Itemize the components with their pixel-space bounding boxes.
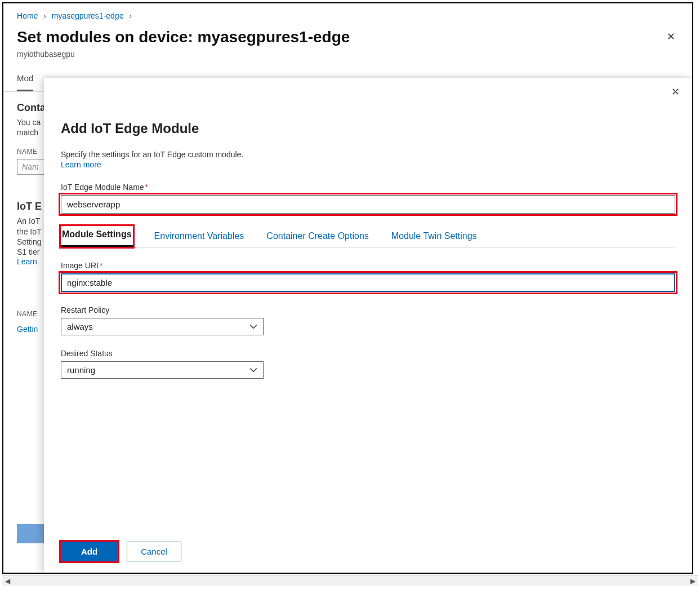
required-icon: * — [100, 261, 102, 270]
scroll-track[interactable] — [11, 578, 689, 584]
tab-env-variables[interactable]: Environment Variables — [153, 228, 246, 247]
chevron-down-icon — [249, 366, 257, 374]
add-button[interactable]: Add — [61, 542, 118, 561]
desired-status-label: Desired Status — [61, 349, 675, 358]
bg-learn-link[interactable]: Learn — [17, 257, 37, 266]
restart-policy-select[interactable]: always — [61, 318, 264, 335]
cancel-button[interactable]: Cancel — [127, 542, 181, 561]
panel-description: Specify the settings for an IoT Edge cus… — [61, 150, 675, 159]
image-uri-label: Image URI* — [61, 261, 675, 270]
desired-status-value: running — [67, 365, 95, 375]
module-name-label: IoT Edge Module Name* — [61, 183, 675, 192]
breadcrumb-sep: › — [129, 11, 132, 20]
image-uri-input[interactable] — [61, 273, 675, 292]
page-header: Set modules on device: myasegpures1-edge… — [3, 24, 692, 48]
panel-footer: Add Cancel — [61, 529, 675, 561]
panel-tabs: Module Settings Environment Variables Co… — [61, 226, 675, 247]
tab-container-options[interactable]: Container Create Options — [265, 228, 369, 247]
restart-policy-label: Restart Policy — [61, 305, 675, 314]
panel-title: Add IoT Edge Module — [61, 121, 675, 136]
close-icon[interactable]: ✕ — [663, 28, 679, 45]
image-uri-label-text: Image URI — [61, 261, 99, 270]
app-frame: Home › myasegpures1-edge › Set modules o… — [2, 2, 693, 574]
module-name-label-text: IoT Edge Module Name — [61, 183, 144, 192]
breadcrumb: Home › myasegpures1-edge › — [3, 3, 692, 24]
tab-modules[interactable]: Mod — [17, 68, 33, 91]
tab-module-settings[interactable]: Module Settings — [61, 226, 133, 247]
scroll-right-icon[interactable]: ▶ — [689, 577, 697, 585]
page-title: Set modules on device: myasegpures1-edge — [17, 28, 350, 46]
scroll-left-icon[interactable]: ◀ — [3, 577, 11, 585]
desired-status-select[interactable]: running — [61, 361, 264, 379]
page-subtitle: myiothubasegpu — [3, 48, 692, 68]
add-module-panel: ✕ Add IoT Edge Module Specify the settin… — [44, 78, 692, 573]
learn-more-link[interactable]: Learn more — [61, 160, 675, 169]
bg-row-link[interactable]: Gettin — [17, 325, 38, 334]
restart-policy-value: always — [67, 322, 93, 331]
module-name-input[interactable] — [61, 195, 675, 214]
required-icon: * — [145, 183, 148, 192]
breadcrumb-sep: › — [43, 11, 46, 20]
breadcrumb-device[interactable]: myasegpures1-edge — [52, 11, 124, 20]
close-icon[interactable]: ✕ — [671, 86, 680, 98]
tab-twin-settings[interactable]: Module Twin Settings — [390, 228, 478, 247]
horizontal-scrollbar[interactable]: ◀ ▶ — [2, 575, 698, 586]
chevron-down-icon — [249, 323, 257, 331]
breadcrumb-home[interactable]: Home — [17, 11, 38, 20]
